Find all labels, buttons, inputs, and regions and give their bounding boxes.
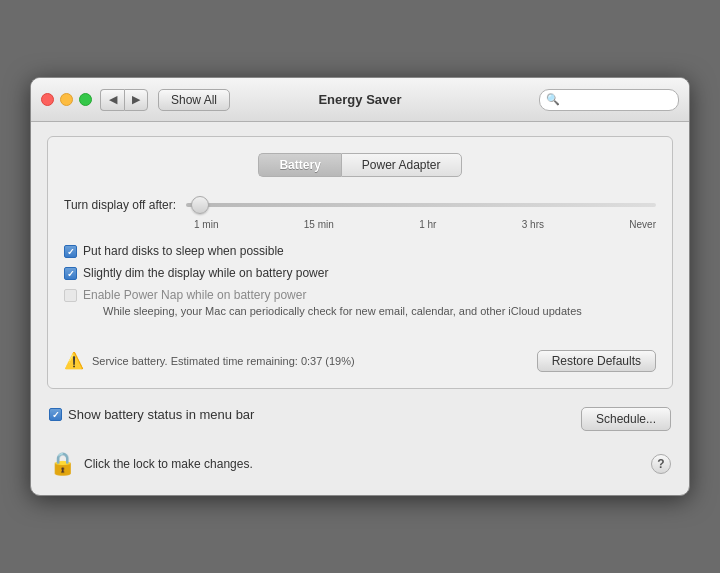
main-window: ◀ ▶ Show All Energy Saver 🔍 Battery Powe…	[30, 77, 690, 495]
tab-power-adapter[interactable]: Power Adapter	[341, 153, 462, 177]
traffic-lights	[41, 93, 92, 106]
window-title: Energy Saver	[318, 92, 401, 107]
lock-row: 🔒 Click the lock to make changes. ?	[47, 447, 673, 481]
show-battery-label: Show battery status in menu bar	[68, 407, 254, 422]
slider-label: Turn display off after:	[64, 198, 176, 212]
tick-1hr: 1 hr	[419, 219, 436, 230]
tick-15min: 15 min	[304, 219, 334, 230]
settings-panel: Battery Power Adapter Turn display off a…	[47, 136, 673, 388]
harddisk-sleep-label: Put hard disks to sleep when possible	[83, 244, 284, 258]
dim-display-label: Slightly dim the display while on batter…	[83, 266, 328, 280]
lock-left: 🔒 Click the lock to make changes.	[49, 451, 253, 477]
tick-never: Never	[629, 219, 656, 230]
harddisk-sleep-row: Put hard disks to sleep when possible	[64, 244, 656, 258]
close-button[interactable]	[41, 93, 54, 106]
help-button[interactable]: ?	[651, 454, 671, 474]
minimize-button[interactable]	[60, 93, 73, 106]
dim-display-checkbox[interactable]	[64, 267, 77, 280]
nav-buttons: ◀ ▶	[100, 89, 148, 111]
content-area: Battery Power Adapter Turn display off a…	[31, 122, 689, 494]
warning-icon: ⚠️	[64, 351, 84, 370]
restore-defaults-button[interactable]: Restore Defaults	[537, 350, 656, 372]
power-nap-row: Enable Power Nap while on battery power …	[64, 288, 656, 319]
lock-text: Click the lock to make changes.	[84, 457, 253, 471]
power-nap-label: Enable Power Nap while on battery power	[83, 288, 306, 302]
power-nap-checkbox[interactable]	[64, 289, 77, 302]
slider-track	[186, 203, 656, 207]
warning-left: ⚠️ Service battery. Estimated time remai…	[64, 351, 355, 370]
harddisk-sleep-checkbox[interactable]	[64, 245, 77, 258]
power-nap-sub-text: While sleeping, your Mac can periodicall…	[103, 304, 582, 319]
tab-battery[interactable]: Battery	[258, 153, 340, 177]
slider-thumb[interactable]	[191, 196, 209, 214]
tick-1min: 1 min	[194, 219, 218, 230]
display-slider-container	[186, 195, 656, 215]
power-nap-text-group: Enable Power Nap while on battery power …	[83, 288, 582, 319]
forward-button[interactable]: ▶	[124, 89, 148, 111]
dim-display-row: Slightly dim the display while on batter…	[64, 266, 656, 280]
battery-warning-row: ⚠️ Service battery. Estimated time remai…	[64, 340, 656, 372]
lock-icon[interactable]: 🔒	[49, 451, 76, 477]
show-battery-checkbox[interactable]	[49, 408, 62, 421]
search-input[interactable]	[563, 93, 672, 107]
tab-bar: Battery Power Adapter	[64, 153, 656, 177]
titlebar: ◀ ▶ Show All Energy Saver 🔍	[31, 78, 689, 122]
maximize-button[interactable]	[79, 93, 92, 106]
show-all-button[interactable]: Show All	[158, 89, 230, 111]
schedule-button[interactable]: Schedule...	[581, 407, 671, 431]
search-icon: 🔍	[546, 93, 560, 106]
tick-labels-row: 1 min 15 min 1 hr 3 hrs Never	[194, 219, 656, 230]
warning-text: Service battery. Estimated time remainin…	[92, 355, 355, 367]
back-button[interactable]: ◀	[100, 89, 124, 111]
display-off-row: Turn display off after:	[64, 195, 656, 215]
bottom-row: Show battery status in menu bar Schedule…	[47, 401, 673, 437]
search-box[interactable]: 🔍	[539, 89, 679, 111]
tick-3hrs: 3 hrs	[522, 219, 544, 230]
show-battery-row: Show battery status in menu bar	[49, 407, 254, 422]
